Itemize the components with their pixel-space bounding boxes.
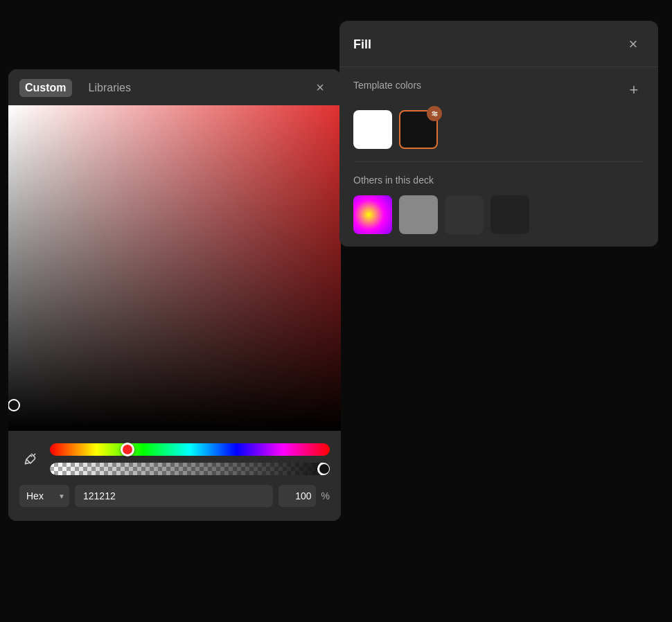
template-colors-header: Template colors + <box>353 80 644 100</box>
opacity-gradient <box>50 463 330 475</box>
hex-value-input[interactable] <box>75 485 273 507</box>
svg-point-3 <box>434 114 436 116</box>
deck-swatch-gray[interactable] <box>399 195 438 234</box>
sliders-row <box>19 443 330 475</box>
deck-swatch-dark2[interactable] <box>490 195 529 234</box>
add-template-color-button[interactable]: + <box>624 80 644 100</box>
tab-libraries[interactable]: Libraries <box>83 79 136 97</box>
fill-header: Fill × <box>339 21 658 67</box>
template-swatch-black[interactable] <box>399 110 438 149</box>
hex-row: Hex RGB HSL ▼ % <box>19 485 330 507</box>
fill-close-button[interactable]: × <box>622 33 644 55</box>
sliders-stack <box>50 443 330 475</box>
swatch-edit-icon <box>427 106 442 121</box>
color-picker-panel: Custom Libraries × <box>8 69 341 521</box>
opacity-slider[interactable] <box>50 463 330 475</box>
deck-color-swatches <box>353 195 644 234</box>
color-picker-close-button[interactable]: × <box>310 78 330 97</box>
tab-custom[interactable]: Custom <box>19 79 72 97</box>
sliders-icon <box>431 110 439 118</box>
eyedropper-button[interactable] <box>19 448 42 470</box>
color-gradient-area[interactable] <box>8 105 341 431</box>
fill-title: Fill <box>353 37 371 52</box>
hue-thumb[interactable] <box>121 443 134 456</box>
template-colors-section: Template colors + <box>339 67 658 161</box>
deck-colors-title: Others in this deck <box>353 175 644 186</box>
gradient-thumb[interactable] <box>8 399 20 411</box>
deck-colors-section: Others in this deck <box>339 162 658 247</box>
deck-swatch-gradient[interactable] <box>353 195 392 234</box>
hue-slider[interactable] <box>50 443 330 456</box>
panel-tabs: Custom Libraries × <box>8 69 341 105</box>
deck-swatch-dark1[interactable] <box>445 195 484 234</box>
svg-point-2 <box>432 112 434 114</box>
percent-label: % <box>321 490 330 501</box>
hex-format-select-wrap: Hex RGB HSL ▼ <box>19 485 69 507</box>
hex-format-select[interactable]: Hex RGB HSL <box>19 485 69 507</box>
color-controls: Hex RGB HSL ▼ % <box>8 431 341 521</box>
opacity-thumb[interactable] <box>317 463 330 475</box>
opacity-value-input[interactable] <box>278 485 316 507</box>
template-swatch-white[interactable] <box>353 110 392 149</box>
template-color-swatches <box>353 110 644 149</box>
fill-panel: Fill × Template colors + Othe <box>339 21 658 247</box>
eyedropper-icon <box>24 452 37 466</box>
template-colors-title: Template colors <box>353 80 421 91</box>
